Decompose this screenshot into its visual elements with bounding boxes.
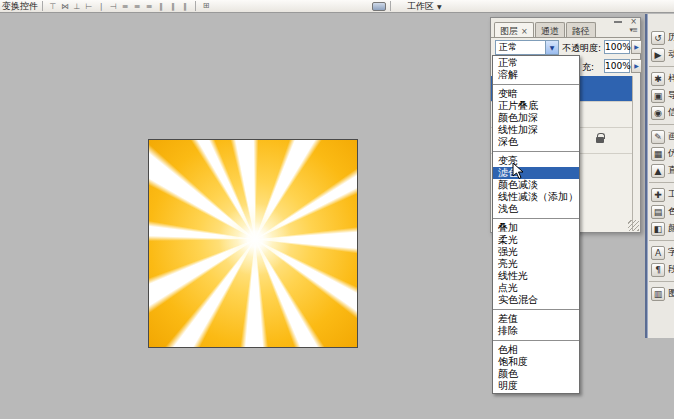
dock-item-仿制源[interactable]: ▦仿制源 <box>651 146 674 161</box>
blend-menu-item[interactable]: 线性加深 <box>493 124 579 136</box>
dock-item-label: 导航器 <box>668 89 674 102</box>
fill-input[interactable]: 100% <box>604 59 630 73</box>
blend-menu-item[interactable]: 浅色 <box>493 203 579 215</box>
dock-item-label: 仿制源 <box>668 147 674 160</box>
dock-item-动作[interactable]: ▶动作 <box>651 47 674 62</box>
dock-item-画笔[interactable]: ✎画笔 <box>651 129 674 144</box>
color-icon[interactable]: ◧ <box>651 222 665 236</box>
align-icon-3[interactable]: ⊢ <box>84 2 94 12</box>
align-icon-0[interactable]: ⊤ <box>48 2 58 12</box>
swatches-icon[interactable]: ▤ <box>651 205 665 219</box>
opacity-label: 不透明度: <box>562 42 601 55</box>
divider <box>195 1 196 11</box>
blend-menu-item[interactable]: 明度 <box>493 380 579 392</box>
blend-menu-item[interactable]: 叠加 <box>493 222 579 234</box>
blend-menu-item[interactable]: 颜色减淡 <box>493 179 579 191</box>
blend-menu-item[interactable]: 线性光 <box>493 270 579 282</box>
blend-mode-value: 正常 <box>499 42 517 52</box>
tool-presets-icon[interactable]: ✚ <box>651 188 665 202</box>
blend-mode-select[interactable]: 正常 ▼ <box>495 40 559 55</box>
distribute-icon-8[interactable]: ≡ <box>144 2 154 12</box>
blend-menu-item[interactable]: 变暗 <box>493 88 579 100</box>
blend-menu-item[interactable]: 点光 <box>493 282 579 294</box>
distribute-icon-11[interactable]: ∥ <box>180 2 190 12</box>
navigator-icon[interactable]: ▣ <box>651 89 665 103</box>
dock-separator <box>649 182 674 183</box>
blend-menu-item[interactable]: 颜色 <box>493 368 579 380</box>
blend-menu-item[interactable]: 溶解 <box>493 69 579 81</box>
info-icon[interactable]: ◉ <box>651 106 665 120</box>
blend-menu-item[interactable]: 饱和度 <box>493 356 579 368</box>
dock-item-直方图[interactable]: ▲直方图 <box>651 163 674 178</box>
histogram-icon[interactable]: ▲ <box>651 164 665 178</box>
distribute-icon-7[interactable]: ≡ <box>132 2 142 12</box>
distribute-icon-9[interactable]: ∥ <box>156 2 166 12</box>
dock-item-工具预设[interactable]: ✚工具预设 <box>651 187 674 202</box>
align-icon-4[interactable]: ∣ <box>96 2 106 12</box>
history-icon[interactable]: ↺ <box>651 31 665 45</box>
dock-item-信息[interactable]: ◉信息 <box>651 105 674 120</box>
styles-icon[interactable]: ✱ <box>651 72 665 86</box>
dock-item-颜色[interactable]: ◧颜色 <box>651 221 674 236</box>
paragraph-icon[interactable]: ¶ <box>651 263 665 277</box>
dock-item-label: 图层复合 <box>668 287 674 300</box>
brushes-icon[interactable]: ✎ <box>651 130 665 144</box>
scrollbar[interactable] <box>632 76 633 231</box>
dock-item-段落[interactable]: ¶段落 <box>651 262 674 277</box>
blend-menu-item[interactable]: 变亮 <box>493 155 579 167</box>
starburst-image[interactable] <box>149 140 357 347</box>
distribute-icon-6[interactable]: ≡ <box>120 2 130 12</box>
blend-menu-item[interactable]: 强光 <box>493 246 579 258</box>
blend-menu-item[interactable]: 正常 <box>493 57 579 69</box>
blend-menu-item[interactable]: 正片叠底 <box>493 100 579 112</box>
blend-menu-item[interactable]: 实色混合 <box>493 294 579 306</box>
fill-spinner-icon[interactable]: ▶ <box>631 59 642 73</box>
blend-menu-item[interactable]: 线性减淡（添加） <box>493 191 579 203</box>
menu-separator <box>493 340 579 341</box>
blend-menu-item[interactable]: 深色 <box>493 136 579 148</box>
dock-item-label: 字符 <box>668 246 674 259</box>
dock-item-label: 样式 <box>668 72 674 85</box>
align-icon-1[interactable]: ⋈ <box>60 2 70 12</box>
workspace-button[interactable]: 工作区 ▼ <box>403 1 446 12</box>
align-icon-2[interactable]: ⊥ <box>72 2 82 12</box>
menu-separator <box>493 84 579 85</box>
opacity-spinner-icon[interactable]: ▶ <box>631 40 642 54</box>
dock-item-历史记录[interactable]: ↺历史记录 <box>651 30 674 45</box>
show-transform-controls-label[interactable]: 变换控件 <box>2 0 38 13</box>
resize-grip-icon[interactable] <box>628 220 639 231</box>
character-icon[interactable]: A <box>651 246 665 260</box>
blend-menu-item[interactable]: 差值 <box>493 313 579 325</box>
distribute-icon-10[interactable]: ∥ <box>168 2 178 12</box>
dock-item-label: 信息 <box>668 106 674 119</box>
dock-item-样式[interactable]: ✱样式 <box>651 71 674 86</box>
blend-menu-item[interactable]: 柔光 <box>493 234 579 246</box>
minimize-icon[interactable] <box>614 19 622 23</box>
palette-menu-icon[interactable]: ▾≡ <box>630 26 637 34</box>
opacity-input[interactable]: 100% <box>604 40 630 54</box>
document-canvas[interactable] <box>148 139 358 348</box>
align-icon-5[interactable]: ⊣ <box>108 2 118 12</box>
dock-item-label: 历史记录 <box>668 31 674 44</box>
menu-separator <box>493 151 579 152</box>
auto-align-layers-icon[interactable]: ⊞ <box>201 1 211 11</box>
dock-item-label: 动作 <box>668 48 674 61</box>
dock-item-色板[interactable]: ▤色板 <box>651 204 674 219</box>
close-icon[interactable]: × <box>630 17 637 26</box>
blend-menu-item[interactable]: 排除 <box>493 325 579 337</box>
actions-icon[interactable]: ▶ <box>651 48 665 62</box>
blend-menu-item[interactable]: 亮光 <box>493 258 579 270</box>
tab-close-icon[interactable]: × <box>521 27 528 36</box>
dock-item-图层复合[interactable]: ▥图层复合 <box>651 286 674 301</box>
clone-source-icon[interactable]: ▦ <box>651 147 665 161</box>
tab-layers-label: 图层 <box>500 26 518 36</box>
blend-menu-item[interactable]: 色相 <box>493 344 579 356</box>
dock-item-导航器[interactable]: ▣导航器 <box>651 88 674 103</box>
dock-separator <box>649 66 674 67</box>
dock-item-字符[interactable]: A字符 <box>651 245 674 260</box>
blend-menu-item[interactable]: 颜色加深 <box>493 112 579 124</box>
layer-comps-icon[interactable]: ▥ <box>651 287 665 301</box>
chevron-down-icon[interactable]: ▼ <box>545 41 558 54</box>
blend-menu-item[interactable]: 滤色 <box>493 167 579 179</box>
go-to-bridge-icon[interactable] <box>372 2 386 11</box>
